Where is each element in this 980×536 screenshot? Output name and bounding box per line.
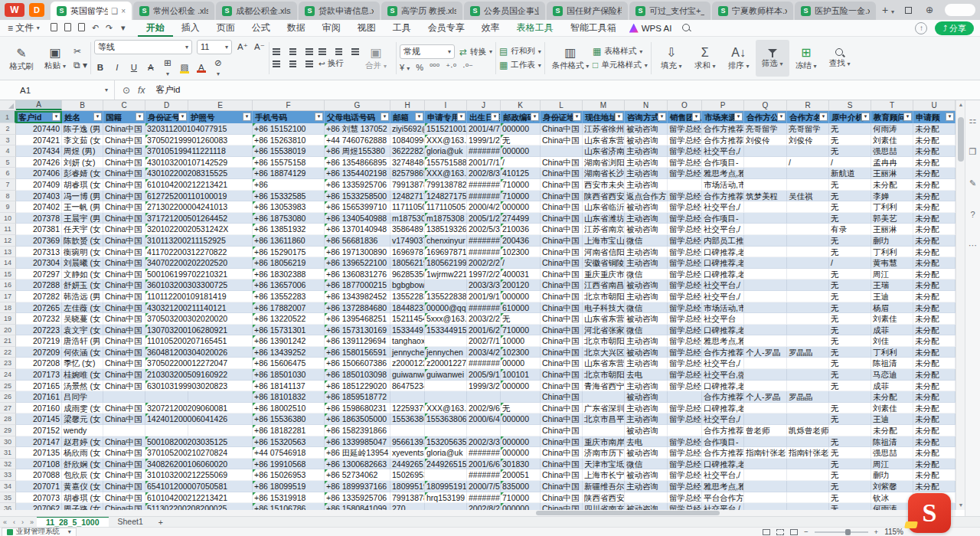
cell[interactable]: +86 1370140948 bbox=[325, 224, 390, 235]
filter-dropdown-icon[interactable]: ▼ bbox=[903, 113, 912, 121]
cell[interactable]: 山东省东营 bbox=[583, 313, 625, 325]
cell[interactable]: 630103199903020823 bbox=[145, 381, 188, 392]
cell[interactable]: 湖南省浏阳 bbox=[583, 157, 625, 168]
cell[interactable]: z20001227 bbox=[425, 358, 467, 369]
cell[interactable] bbox=[787, 179, 829, 191]
cell[interactable]: 被动咨询 bbox=[625, 347, 668, 358]
cell[interactable]: 王迪 bbox=[871, 291, 913, 302]
cell[interactable]: China中国 bbox=[103, 413, 145, 425]
cell[interactable]: China中国 bbox=[541, 123, 583, 135]
cell[interactable]: China中国 bbox=[103, 145, 145, 157]
cell[interactable]: 上海市长宁 bbox=[583, 469, 625, 481]
cell[interactable]: 未分配 bbox=[913, 469, 956, 481]
cell[interactable]: 799138782 bbox=[390, 179, 425, 191]
cell[interactable]: +86 1300682663 bbox=[325, 459, 390, 470]
cell[interactable]: 主动咨询 bbox=[625, 179, 668, 191]
cell[interactable]: 207232 bbox=[16, 313, 62, 325]
cell[interactable]: 未分配 bbox=[871, 391, 913, 403]
cell[interactable]: +86 13053983 bbox=[253, 201, 325, 213]
cell[interactable]: 口碑推荐,老 bbox=[702, 325, 744, 336]
cell[interactable] bbox=[668, 391, 702, 403]
cell[interactable] bbox=[103, 425, 145, 436]
cell[interactable]: ######## bbox=[467, 302, 501, 314]
cell[interactable]: 江苏省南京 bbox=[583, 224, 625, 235]
cell[interactable]: +86 1850103098 bbox=[325, 369, 390, 381]
document-tab[interactable]: S国任财产保险样本 bbox=[547, 2, 628, 20]
cell[interactable]: 2002/3/3 bbox=[467, 436, 501, 448]
cell[interactable] bbox=[744, 235, 787, 247]
cell[interactable]: 吴佳祺 bbox=[787, 191, 829, 202]
row-header-26[interactable]: 26 bbox=[0, 391, 16, 403]
cell[interactable]: 2003/2/2 bbox=[467, 313, 501, 325]
cell[interactable]: +86 18182281 bbox=[253, 425, 325, 436]
cell[interactable]: ######## bbox=[467, 145, 501, 157]
row-header-30[interactable]: 30 bbox=[0, 436, 16, 448]
cell[interactable]: 360103200303300725 bbox=[145, 279, 188, 291]
menu-item-开始[interactable]: 开始 bbox=[138, 20, 173, 37]
cell[interactable]: 陈祖清 bbox=[871, 436, 913, 448]
row-header-35[interactable]: 35 bbox=[0, 492, 16, 504]
cell[interactable]: 留学总经办 bbox=[668, 325, 702, 336]
cell[interactable]: 153344915 bbox=[390, 325, 425, 336]
cell[interactable] bbox=[787, 257, 829, 269]
cell[interactable]: 244926515 bbox=[425, 459, 467, 470]
cell[interactable]: +86 18302388 bbox=[253, 269, 325, 280]
filter-dropdown-icon[interactable]: ▼ bbox=[415, 113, 423, 121]
cell[interactable] bbox=[787, 145, 829, 157]
cell[interactable]: 青海省西宁 bbox=[583, 381, 625, 392]
cell[interactable]: 留学总经办 bbox=[668, 381, 702, 392]
cell[interactable]: 未分配 bbox=[913, 403, 956, 414]
menu-item-智能工具箱[interactable]: 智能工具箱 bbox=[562, 20, 625, 37]
rows-cols-button[interactable]: ▤行和列 ▾ bbox=[499, 46, 541, 57]
row-header-10[interactable]: 10 bbox=[0, 213, 16, 224]
cell[interactable] bbox=[787, 403, 829, 414]
cell[interactable] bbox=[744, 469, 787, 481]
cell[interactable]: 2000/6/4 bbox=[467, 413, 501, 425]
cell[interactable]: 无 bbox=[829, 335, 871, 347]
cell[interactable]: China中国 bbox=[541, 425, 583, 436]
cell[interactable]: 刘俊伶 bbox=[744, 135, 787, 146]
cell[interactable]: China中国 bbox=[103, 179, 145, 191]
cell[interactable]: +44 7460762888 bbox=[325, 135, 390, 146]
cell[interactable] bbox=[829, 391, 871, 403]
cell[interactable]: ziyi5692@ bbox=[390, 123, 425, 135]
cell[interactable]: 2005/1/26 bbox=[467, 213, 501, 224]
new-tab-button[interactable]: + ▾ bbox=[882, 4, 894, 16]
cell[interactable]: +86 刘慧 137052 bbox=[325, 123, 390, 135]
cell[interactable]: 重庆市南岸 bbox=[583, 436, 625, 448]
cell[interactable]: 留学总经办 bbox=[668, 123, 702, 135]
cell[interactable]: 207173 bbox=[16, 369, 62, 381]
cell[interactable]: 左佳薇 (女 bbox=[62, 302, 103, 314]
cell[interactable]: 刘素佳 bbox=[871, 135, 913, 146]
cell[interactable]: China中国 bbox=[541, 469, 583, 481]
cell[interactable] bbox=[467, 391, 501, 403]
cell[interactable]: China中国 bbox=[541, 403, 583, 414]
cell[interactable] bbox=[425, 279, 467, 291]
header-cell[interactable]: 申请专用▼ bbox=[425, 111, 467, 123]
cell[interactable]: hrq153199 bbox=[425, 492, 467, 504]
cell[interactable]: 000000 bbox=[501, 436, 541, 448]
cell[interactable]: 未分配 bbox=[913, 257, 956, 269]
row-header-29[interactable]: 29 bbox=[0, 425, 16, 436]
menu-item-效率[interactable]: 效率 bbox=[473, 20, 508, 37]
cell[interactable]: 刘素佳 bbox=[871, 403, 913, 414]
cell[interactable]: 济南市历下 bbox=[583, 447, 625, 459]
page-break-view-icon[interactable] bbox=[790, 529, 798, 535]
increase-decimal-icon[interactable]: ⁺·⁰ bbox=[446, 62, 456, 72]
header-cell[interactable]: 邮箱▼ bbox=[390, 111, 425, 123]
cell[interactable]: +86 1971300890 bbox=[325, 247, 390, 258]
cell[interactable] bbox=[744, 358, 787, 369]
cell[interactable] bbox=[145, 391, 188, 403]
cell[interactable]: 河南省信阳 bbox=[583, 247, 625, 258]
cell[interactable]: 被动咨询 bbox=[625, 503, 668, 510]
cell[interactable]: 200051 bbox=[501, 469, 541, 481]
decrease-indent-icon[interactable] bbox=[318, 47, 328, 55]
column-header-K[interactable]: K bbox=[501, 100, 541, 110]
cell[interactable]: +86 15152100 bbox=[253, 123, 325, 135]
document-tab[interactable]: S宁夏教师样本.xlsx bbox=[712, 2, 793, 20]
header-cell[interactable]: 护照号▼ bbox=[188, 111, 253, 123]
account-area[interactable] bbox=[945, 4, 975, 16]
cell[interactable]: 200436 bbox=[501, 235, 541, 247]
row-header-2[interactable]: 2 bbox=[0, 123, 16, 135]
cell[interactable]: 季忆 (女) bbox=[62, 358, 103, 369]
